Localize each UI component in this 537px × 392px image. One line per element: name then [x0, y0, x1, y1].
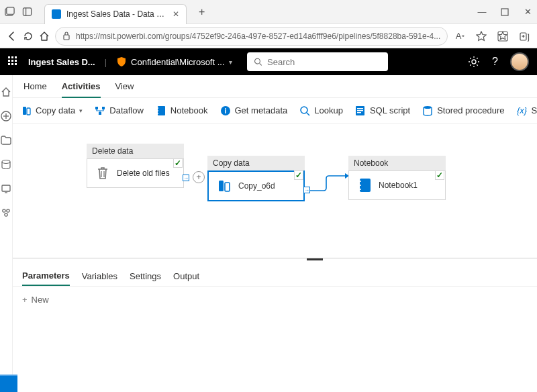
svg-rect-37 [357, 110, 363, 111]
window-close-icon[interactable]: ✕ [522, 7, 533, 17]
rail-workspaces-icon[interactable] [0, 207, 12, 219]
plus-icon: + [22, 295, 28, 305]
app-header: Ingest Sales D... | Confidential\Microso… [0, 48, 537, 75]
activity-copy-data[interactable]: Copy data Copy_o6d ✓ [207, 156, 305, 201]
tab-close-icon[interactable]: ✕ [173, 9, 179, 19]
bp-tab-variables[interactable]: Variables [82, 267, 117, 285]
svg-rect-24 [95, 107, 98, 109]
svg-rect-43 [219, 181, 224, 191]
home-icon[interactable] [39, 30, 50, 43]
add-activity-handle[interactable]: + [193, 171, 205, 183]
rail-browse-icon[interactable] [0, 134, 12, 146]
window-maximize-icon[interactable] [499, 7, 510, 17]
tab-title: Ingest Sales Data - Data enginee [66, 9, 167, 19]
svg-point-19 [3, 209, 5, 212]
back-icon[interactable] [7, 30, 17, 43]
tool-dataflow[interactable]: Dataflow [95, 105, 144, 116]
pipeline-name[interactable]: Ingest Sales D... [28, 57, 95, 67]
variable-icon: {x} [517, 105, 528, 116]
tool-stored-procedure[interactable]: Stored procedure [422, 105, 504, 116]
read-aloud-icon[interactable]: A» [453, 30, 467, 43]
validation-check-icon: ✓ [294, 170, 303, 180]
refresh-icon[interactable] [23, 30, 34, 43]
trash-icon [95, 166, 110, 181]
svg-rect-22 [23, 107, 26, 115]
browser-titlebar: Ingest Sales Data - Data enginee ✕ + ― ✕ [0, 0, 537, 24]
svg-rect-45 [360, 179, 371, 192]
activity-type-label: Copy data [207, 156, 305, 170]
lookup-icon [299, 105, 310, 116]
search-input[interactable] [267, 57, 381, 67]
tab-actions-icon[interactable] [21, 7, 32, 17]
new-tab-button[interactable]: + [199, 6, 205, 18]
rail-create-icon[interactable] [0, 110, 12, 122]
tab-favicon [52, 9, 61, 19]
svg-text:i: i [224, 107, 226, 115]
activity-name: Notebook1 [379, 181, 418, 190]
nav-tab-view[interactable]: View [115, 76, 134, 97]
svg-rect-4 [501, 9, 508, 15]
settings-icon[interactable] [468, 56, 480, 68]
svg-rect-36 [357, 108, 363, 109]
user-avatar[interactable] [510, 52, 529, 71]
svg-line-11 [259, 63, 261, 65]
svg-rect-26 [99, 112, 101, 115]
classification-badge[interactable]: Confidential\Microsoft ... ▾ [116, 56, 232, 67]
tool-copy-data[interactable]: Copy data▾ [21, 105, 83, 116]
app-launcher-icon[interactable] [8, 56, 19, 67]
personal-tab-icon[interactable] [4, 7, 15, 17]
browser-addressbar: https://msit.powerbi.com/groups/4752ef9c… [0, 24, 537, 48]
pipeline-canvas[interactable]: Delete data Delete old files ✓ → + Copy … [13, 124, 537, 258]
svg-point-12 [472, 60, 476, 64]
rail-home-icon[interactable] [0, 86, 12, 98]
bottom-panel: Parameters Variables Settings Output + N… [13, 258, 537, 392]
activity-type-label: Delete data [87, 144, 184, 158]
svg-rect-6 [498, 32, 507, 41]
activities-toolbar: Copy data▾ Dataflow Notebook i Get metad… [13, 98, 537, 124]
output-port[interactable]: → [303, 187, 310, 193]
tool-notebook[interactable]: Notebook [156, 105, 208, 116]
svg-point-39 [424, 106, 432, 109]
separator: | [105, 57, 107, 67]
collections-icon[interactable] [518, 30, 531, 43]
svg-point-10 [254, 58, 260, 64]
classification-text: Confidential\Microsoft ... [131, 57, 224, 67]
browser-tab[interactable]: Ingest Sales Data - Data enginee ✕ [44, 4, 187, 24]
tool-set-variable[interactable]: {x} Set variable [517, 105, 537, 116]
dataflow-icon [95, 105, 105, 116]
window-minimize-icon[interactable]: ― [477, 7, 487, 17]
left-rail [0, 75, 13, 392]
url-input[interactable]: https://msit.powerbi.com/groups/4752ef9c… [55, 27, 448, 46]
search-box[interactable] [247, 52, 388, 71]
bp-tab-settings[interactable]: Settings [130, 267, 161, 285]
star-icon[interactable] [475, 30, 488, 43]
bp-tab-parameters[interactable]: Parameters [22, 266, 70, 286]
svg-point-21 [5, 213, 7, 216]
activity-name: Copy_o6d [238, 181, 275, 191]
help-icon[interactable]: ? [492, 56, 498, 68]
nav-tab-activities[interactable]: Activities [62, 76, 101, 98]
favorites-icon[interactable] [496, 30, 509, 43]
svg-point-16 [2, 160, 10, 164]
svg-rect-23 [27, 108, 30, 115]
notebook-icon [156, 105, 166, 116]
output-port[interactable]: → [183, 175, 189, 181]
svg-rect-38 [357, 112, 361, 113]
rail-datahub-icon[interactable] [0, 158, 12, 170]
activity-notebook[interactable]: Notebook Notebook1 ✓ [348, 156, 446, 200]
taskbar-start[interactable] [0, 375, 17, 392]
tool-lookup[interactable]: Lookup [299, 105, 343, 116]
activity-name: Delete old files [117, 168, 170, 178]
sql-icon [355, 105, 366, 116]
new-parameter-button[interactable]: + New [22, 295, 537, 305]
bp-tab-output[interactable]: Output [173, 267, 199, 285]
validation-check-icon: ✓ [435, 170, 444, 180]
svg-rect-5 [64, 35, 69, 40]
activity-delete-data[interactable]: Delete data Delete old files ✓ [87, 144, 184, 188]
tool-sql-script[interactable]: SQL script [355, 105, 410, 116]
nav-tabs: Home Activities View [13, 75, 537, 98]
rail-monitor-icon[interactable] [0, 183, 12, 195]
tool-get-metadata[interactable]: i Get metadata [220, 105, 288, 116]
nav-tab-home[interactable]: Home [23, 76, 47, 97]
svg-point-33 [301, 107, 307, 113]
